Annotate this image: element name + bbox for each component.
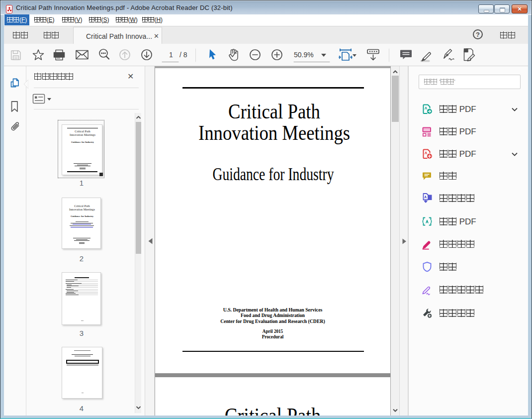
- svg-text:50.9%: 50.9%: [294, 51, 314, 59]
- svg-text:/ 8: / 8: [179, 51, 187, 59]
- svg-text:1: 1: [169, 51, 173, 59]
